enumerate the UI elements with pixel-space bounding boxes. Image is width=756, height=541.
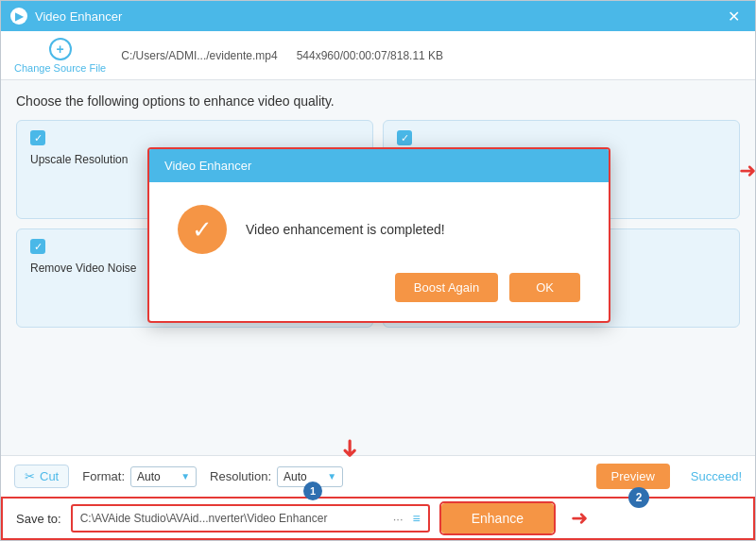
dialog-box: Video Enhancer ✓ Video enhancement is co… xyxy=(147,147,610,323)
dialog-title-bar: Video Enhancer xyxy=(149,149,609,182)
checkmark-icon: ✓ xyxy=(192,217,213,242)
success-icon: ✓ xyxy=(178,205,227,254)
ok-button[interactable]: OK xyxy=(509,273,580,302)
dialog-overlay: Video Enhancer ✓ Video enhancement is co… xyxy=(1,1,755,540)
dialog-title: Video Enhancer xyxy=(164,159,251,173)
dialog-body: ✓ Video enhancement is completed! xyxy=(149,182,609,273)
boost-again-button[interactable]: Boost Again xyxy=(395,273,498,302)
dialog-message: Video enhancement is completed! xyxy=(246,222,445,237)
app-window: ▶ Video Enhancer ✕ + Change Source File … xyxy=(0,0,756,541)
dialog-buttons: Boost Again OK xyxy=(149,273,609,321)
